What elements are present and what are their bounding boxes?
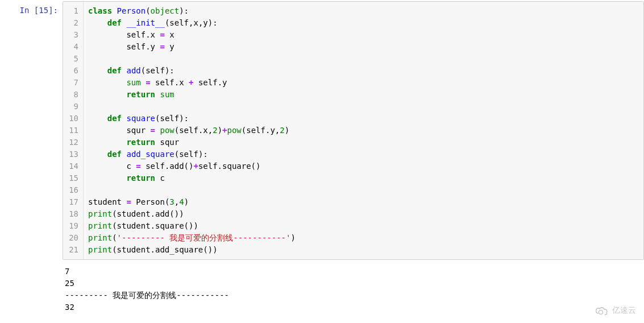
line-number-gutter: 1 2 3 4 5 6 7 8 9 10 11 12 13 14 15 16 1…	[63, 2, 84, 259]
line-number: 6	[63, 65, 78, 77]
code-editor[interactable]: 1 2 3 4 5 6 7 8 9 10 11 12 13 14 15 16 1…	[63, 1, 644, 260]
prompt-label: In [15]:	[20, 6, 58, 15]
output-line: 7	[65, 267, 69, 276]
code-line[interactable]: def add_square(self):	[88, 148, 639, 160]
line-number: 19	[63, 220, 78, 232]
output-line: --------- 我是可爱的分割线-----------	[65, 291, 229, 300]
cloud-icon	[594, 305, 610, 316]
code-line[interactable]	[88, 184, 639, 196]
code-line[interactable]	[88, 101, 639, 113]
output-line: 32	[65, 303, 74, 312]
code-line[interactable]: print(student.add())	[88, 208, 639, 220]
code-line[interactable]: def add(self):	[88, 65, 639, 77]
line-number: 14	[63, 160, 78, 172]
output-text: 7 25 --------- 我是可爱的分割线----------- 32	[63, 263, 644, 316]
code-line[interactable]: def square(self):	[88, 113, 639, 125]
code-line[interactable]: squr = pow(self.x,2)+pow(self.y,2)	[88, 125, 639, 136]
line-number: 11	[63, 125, 78, 136]
code-content[interactable]: class Person(object): def __init__(self,…	[84, 2, 643, 259]
code-line[interactable]: return c	[88, 172, 639, 184]
line-number: 17	[63, 196, 78, 208]
input-prompt: In [15]:	[0, 1, 63, 16]
line-number: 2	[63, 17, 78, 29]
watermark: 亿速云	[594, 304, 636, 316]
code-line[interactable]: c = self.add()+self.square()	[88, 160, 639, 172]
code-line[interactable]: class Person(object):	[88, 5, 639, 17]
code-line[interactable]: return squr	[88, 136, 639, 148]
code-line[interactable]: sum = self.x + self.y	[88, 77, 639, 89]
line-number: 15	[63, 172, 78, 184]
line-number: 13	[63, 148, 78, 160]
line-number: 10	[63, 113, 78, 125]
code-cell: In [15]: 1 2 3 4 5 6 7 8 9 10 11 12 13 1…	[0, 1, 644, 260]
code-line[interactable]: print(student.add_square())	[88, 244, 639, 256]
output-cell: 7 25 --------- 我是可爱的分割线----------- 32	[0, 263, 644, 316]
line-number: 3	[63, 29, 78, 41]
code-line[interactable]	[88, 53, 639, 65]
line-number: 7	[63, 77, 78, 89]
code-line[interactable]: print('--------- 我是可爱的分割线-----------')	[88, 232, 639, 244]
line-number: 20	[63, 232, 78, 244]
line-number: 12	[63, 136, 78, 148]
code-line[interactable]: return sum	[88, 89, 639, 101]
line-number: 4	[63, 41, 78, 53]
code-line[interactable]: print(student.square())	[88, 220, 639, 232]
line-number: 8	[63, 89, 78, 101]
line-number: 21	[63, 244, 78, 256]
output-line: 25	[65, 279, 74, 288]
line-number: 16	[63, 184, 78, 196]
line-number: 9	[63, 101, 78, 113]
line-number: 5	[63, 53, 78, 65]
line-number: 18	[63, 208, 78, 220]
watermark-text: 亿速云	[612, 304, 636, 316]
line-number: 1	[63, 5, 78, 17]
code-line[interactable]: self.x = x	[88, 29, 639, 41]
code-line[interactable]: self.y = y	[88, 41, 639, 53]
code-line[interactable]: student = Person(3,4)	[88, 196, 639, 208]
svg-point-0	[599, 310, 603, 314]
code-line[interactable]: def __init__(self,x,y):	[88, 17, 639, 29]
